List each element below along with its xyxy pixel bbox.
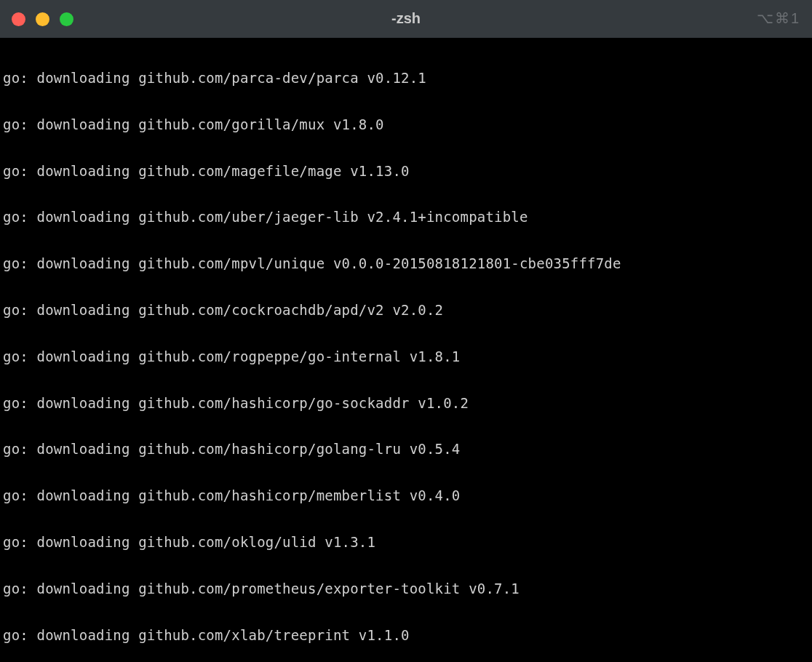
- output-line: go: downloading github.com/magefile/mage…: [3, 160, 809, 183]
- output-line: go: downloading github.com/parca-dev/par…: [3, 67, 809, 90]
- output-line: go: downloading github.com/oklog/ulid v1…: [3, 531, 809, 554]
- traffic-lights: [12, 12, 73, 26]
- output-line: go: downloading github.com/xlab/treeprin…: [3, 624, 809, 647]
- window-title: -zsh: [391, 7, 421, 31]
- output-line: go: downloading github.com/uber/jaeger-l…: [3, 206, 809, 229]
- output-line: go: downloading github.com/mpvl/unique v…: [3, 252, 809, 276]
- close-button[interactable]: [12, 12, 25, 26]
- output-line: go: downloading github.com/cockroachdb/a…: [3, 299, 809, 322]
- output-line: go: downloading github.com/hashicorp/mem…: [3, 484, 809, 508]
- titlebar: -zsh ⌥⌘1: [0, 0, 812, 38]
- maximize-button[interactable]: [60, 12, 73, 26]
- output-line: go: downloading github.com/prometheus/ex…: [3, 578, 809, 601]
- output-line: go: downloading github.com/hashicorp/gol…: [3, 438, 809, 461]
- window-shortcut-hint: ⌥⌘1: [757, 7, 800, 31]
- output-line: go: downloading github.com/hashicorp/go-…: [3, 392, 809, 415]
- output-line: go: downloading github.com/gorilla/mux v…: [3, 113, 809, 137]
- output-line: go: downloading github.com/rogpeppe/go-i…: [3, 346, 809, 369]
- terminal-output[interactable]: go: downloading github.com/parca-dev/par…: [0, 38, 812, 662]
- minimize-button[interactable]: [36, 12, 49, 26]
